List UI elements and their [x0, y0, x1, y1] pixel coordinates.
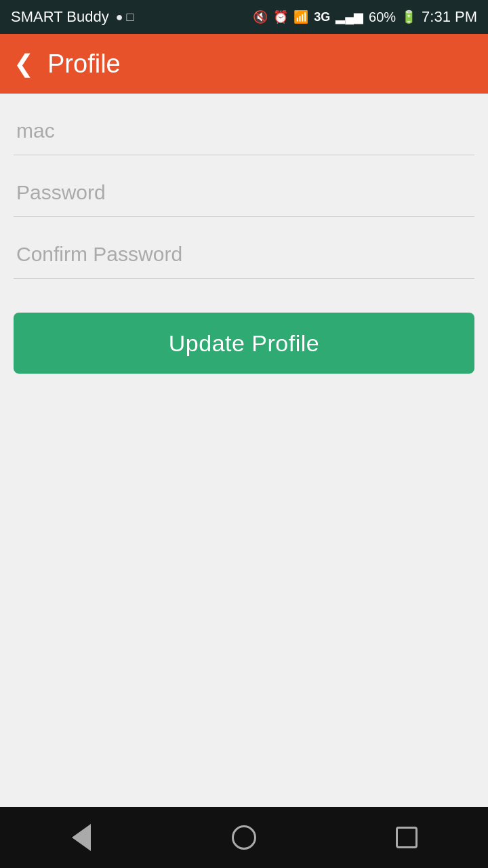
- status-app-name: SMART Buddy: [11, 8, 109, 26]
- nav-bar: [0, 807, 488, 868]
- clock: 7:31 PM: [422, 8, 477, 26]
- status-bar: SMART Buddy ● □ 🔇 ⏰ 📶 3G ▂▄▆ 60% 🔋 7:31 …: [0, 0, 488, 34]
- status-indicators: 🔇 ⏰ 📶 3G ▂▄▆ 60% 🔋 7:31 PM: [253, 8, 477, 26]
- wifi-icon: 📶: [293, 9, 308, 24]
- confirm-password-input[interactable]: [14, 231, 474, 279]
- signal-icon: ▂▄▆: [336, 9, 363, 24]
- nav-home-button[interactable]: [217, 817, 271, 858]
- password-input[interactable]: [14, 169, 474, 217]
- mute-icon: 🔇: [253, 9, 268, 24]
- status-icons: ● □: [116, 10, 134, 24]
- nav-recents-button[interactable]: [380, 817, 434, 858]
- nav-back-button[interactable]: [54, 817, 108, 858]
- mac-input[interactable]: [14, 107, 474, 155]
- nav-back-icon: [72, 824, 91, 851]
- battery-icon: 🔋: [401, 9, 416, 24]
- app-bar: ❮ Profile: [0, 34, 488, 94]
- nav-home-icon: [232, 825, 256, 850]
- back-button[interactable]: ❮: [14, 52, 34, 76]
- password-input-wrapper: [14, 169, 474, 224]
- network-badge: 3G: [314, 10, 330, 24]
- page-title: Profile: [47, 50, 121, 79]
- confirm-password-input-wrapper: [14, 231, 474, 285]
- battery-level: 60%: [369, 9, 396, 25]
- update-profile-button[interactable]: Update Profile: [14, 313, 474, 374]
- nav-recents-icon: [396, 827, 418, 848]
- alarm-icon: ⏰: [273, 9, 288, 24]
- mac-input-wrapper: [14, 107, 474, 162]
- app-name: SMART Buddy ● □: [11, 8, 134, 26]
- main-content: Update Profile: [0, 94, 488, 807]
